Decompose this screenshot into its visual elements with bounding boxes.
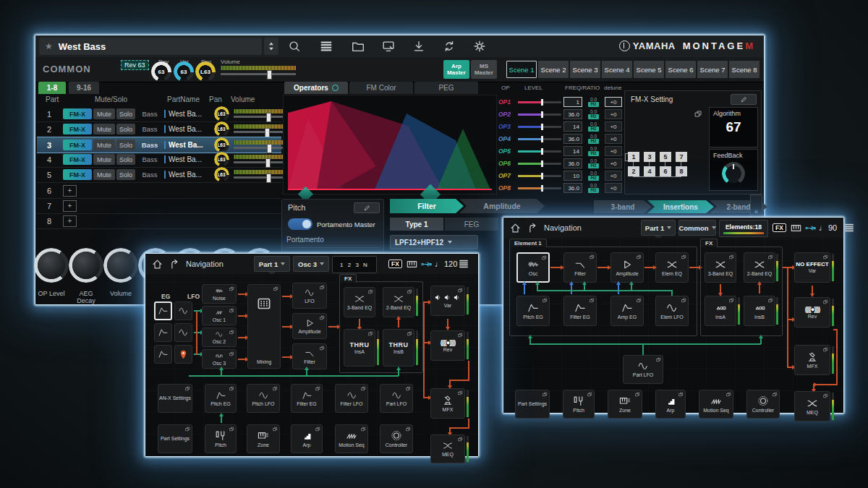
node-controller[interactable]: Controller <box>746 390 780 419</box>
keyboard-icon[interactable] <box>790 222 802 234</box>
node-filter[interactable]: Filter <box>563 252 597 283</box>
part-pan-knob[interactable]: L63 <box>216 139 228 151</box>
node-reverb[interactable]: ((((●)))) Rev <box>794 297 830 328</box>
op-detune-value[interactable]: +0 <box>605 171 622 181</box>
node-pitch-eg[interactable]: Pitch EG <box>205 384 237 413</box>
solo-button[interactable]: Solo <box>116 140 135 150</box>
node-mfx[interactable]: MFX <box>430 388 465 419</box>
eq-insertions-tab[interactable]: Insertions <box>647 200 714 213</box>
node-filter-eg[interactable]: Filter EG <box>563 296 597 326</box>
fx-badge[interactable]: FX <box>773 223 786 232</box>
part-row-5[interactable]: 5 FM-X Mute Solo Bass West Ba... L63 <box>37 167 281 183</box>
node-variation[interactable]: NO EFFECT Var <box>794 252 830 283</box>
solo-button[interactable]: Solo <box>116 154 135 165</box>
node-elem-lfo[interactable]: Elem LFO <box>655 296 689 326</box>
pan-knob[interactable]: L63 <box>197 64 213 80</box>
nav2-common-tab[interactable]: Common <box>678 220 716 236</box>
keyboard-icon[interactable] <box>406 258 418 270</box>
part-pan-knob[interactable]: L63 <box>216 108 228 120</box>
part-name[interactable]: West Ba... <box>164 171 209 179</box>
op-level-slider[interactable] <box>518 114 561 116</box>
nav1-osc-tab[interactable]: Osc 3 <box>293 256 329 272</box>
filter-section-tab[interactable]: Filter <box>390 199 464 213</box>
parts-9-16-tab[interactable]: 9-16 <box>69 82 99 94</box>
node-lfo-3[interactable] <box>174 345 192 364</box>
node-part-settings[interactable]: Part Settings <box>158 424 192 453</box>
solo-button[interactable]: Solo <box>116 169 135 180</box>
node-noise[interactable]: Noise <box>202 284 237 304</box>
filter-type1-tab[interactable]: Type 1 <box>390 218 443 231</box>
sync-icon[interactable] <box>442 39 456 53</box>
solo-button[interactable]: Solo <box>116 124 135 134</box>
add-part-button[interactable]: + <box>63 200 77 212</box>
op-row-8[interactable]: OP8 36.0 0.0Hz +0 <box>498 182 623 194</box>
op-level-slider[interactable] <box>518 175 561 177</box>
op-freq-value[interactable]: 36.0 <box>563 183 582 193</box>
tab-peg[interactable]: PEG <box>414 82 478 94</box>
settings-gear-icon[interactable] <box>472 39 487 53</box>
op-level-slider[interactable] <box>518 138 561 140</box>
folder-icon[interactable] <box>351 39 365 53</box>
node-3band-eq[interactable]: 3-Band EQ <box>344 287 375 317</box>
tab-fm-color[interactable]: FM Color <box>349 82 413 94</box>
add-part-button[interactable]: + <box>63 185 77 197</box>
node-eg-1[interactable] <box>154 301 172 320</box>
preset-name-box[interactable]: ★ West Bass <box>39 38 262 55</box>
assign-knob-3[interactable] <box>106 251 135 280</box>
node-osc-2[interactable]: Osc 2 <box>202 328 237 347</box>
node-motion-seq[interactable]: Motion Seq <box>699 390 733 419</box>
node-controller[interactable]: Controller <box>380 424 413 453</box>
node-lfo-2[interactable] <box>174 323 192 342</box>
op-row-3[interactable]: OP3 14 0.0Hz +0 <box>498 121 623 132</box>
node-zone[interactable]: Zone <box>247 424 280 453</box>
mute-button[interactable]: Mute <box>93 154 115 165</box>
node-filter[interactable]: Filter <box>292 343 327 369</box>
preset-spinner[interactable] <box>264 38 278 55</box>
grid-icon[interactable] <box>458 258 469 270</box>
node-ins-b[interactable]: InsB <box>744 296 775 326</box>
node-variation[interactable]: Var <box>430 286 465 316</box>
op-row-1[interactable]: OP1 1 0.0Hz +0 <box>498 96 623 108</box>
node-pitch[interactable]: Pitch <box>563 390 595 419</box>
node-pitch[interactable]: Pitch <box>205 424 237 453</box>
node-pitch-eg[interactable]: Pitch EG <box>516 296 550 326</box>
home-icon[interactable] <box>509 222 522 234</box>
up-level-icon[interactable] <box>527 222 540 234</box>
node-amp-eg[interactable]: Amp EG <box>610 296 644 326</box>
node-arp[interactable]: Arp <box>655 390 686 419</box>
send-to-device-icon[interactable] <box>381 39 396 53</box>
part-volume-slider[interactable] <box>234 124 287 134</box>
op-detune-value[interactable]: +0 <box>605 109 622 119</box>
scene-5-tab[interactable]: Scene 5 <box>634 61 664 78</box>
popup-icon[interactable] <box>694 110 702 118</box>
op-detune-value[interactable]: +0 <box>605 183 622 193</box>
up-level-icon[interactable] <box>169 258 182 270</box>
node-ins-b[interactable]: THRU InsB <box>383 329 414 367</box>
op-freq-value[interactable]: 1 <box>563 97 582 107</box>
pitch-edit-button[interactable] <box>354 202 380 213</box>
filter-feg-tab[interactable]: FEG <box>445 218 498 231</box>
nav2-elements-indicator[interactable]: Elements:18 <box>719 220 768 237</box>
op-detune-value[interactable]: +0 <box>605 97 622 107</box>
node-mixing[interactable]: Mixing <box>247 284 281 369</box>
node-eg-2[interactable] <box>154 323 172 342</box>
node-meq[interactable]: MEQ <box>794 391 830 421</box>
part-name[interactable]: West Ba... <box>164 125 209 133</box>
part-row-1[interactable]: 1 FM-X Mute Solo Bass West Ba... L63 <box>37 106 281 122</box>
part-name[interactable]: West Ba... <box>164 141 209 149</box>
op-level-slider[interactable] <box>518 150 561 153</box>
part-row-2[interactable]: 2 FM-X Mute Solo Bass West Ba... L63 <box>37 121 281 137</box>
download-icon[interactable] <box>412 39 426 53</box>
part-row-7-empty[interactable]: 7 + <box>37 198 281 214</box>
part-row-3-selected[interactable]: 3 FM-X Mute Solo Bass West Ba... L63 <box>37 137 281 153</box>
node-reverb[interactable]: ((((●)))) Rev <box>430 330 465 361</box>
search-icon[interactable] <box>287 39 302 53</box>
node-meq[interactable]: MEQ <box>430 435 465 463</box>
operator-envelope-graph[interactable] <box>283 95 497 194</box>
scene-7-tab[interactable]: Scene 7 <box>697 61 728 78</box>
op-row-7[interactable]: OP7 10 0.0Hz +0 <box>498 170 623 181</box>
node-3band-eq[interactable]: 3-Band EQ <box>705 252 736 283</box>
part-name[interactable]: West Ba... <box>164 155 209 163</box>
op-level-slider[interactable] <box>518 187 561 189</box>
grid-icon[interactable] <box>843 222 855 234</box>
